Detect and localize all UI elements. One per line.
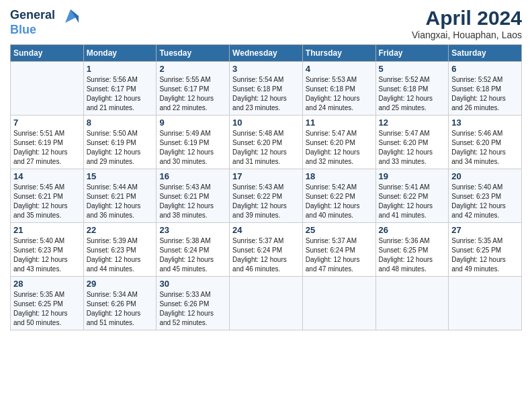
page-container: General Blue April 2024 Viangxai, Houaph… [0, 0, 532, 337]
calendar-cell: 13Sunrise: 5:46 AM Sunset: 6:20 PM Dayli… [449, 116, 522, 169]
day-info: Sunrise: 5:53 AM Sunset: 6:18 PM Dayligh… [306, 75, 373, 113]
day-info: Sunrise: 5:47 AM Sunset: 6:20 PM Dayligh… [306, 129, 373, 167]
calendar-table: SundayMondayTuesdayWednesdayThursdayFrid… [10, 44, 522, 330]
day-number: 2 [159, 64, 226, 74]
calendar-header-tuesday: Tuesday [157, 45, 230, 62]
day-number: 13 [451, 118, 519, 128]
calendar-cell [302, 277, 375, 330]
day-info: Sunrise: 5:35 AM Sunset: 6:25 PM Dayligh… [13, 290, 81, 328]
calendar-cell: 8Sunrise: 5:50 AM Sunset: 6:19 PM Daylig… [83, 116, 157, 169]
day-number: 8 [87, 118, 154, 128]
day-info: Sunrise: 5:37 AM Sunset: 6:24 PM Dayligh… [232, 236, 300, 274]
day-info: Sunrise: 5:50 AM Sunset: 6:19 PM Dayligh… [87, 129, 154, 167]
calendar-cell: 7Sunrise: 5:51 AM Sunset: 6:19 PM Daylig… [11, 116, 84, 169]
day-info: Sunrise: 5:40 AM Sunset: 6:23 PM Dayligh… [13, 236, 81, 274]
day-number: 7 [13, 118, 81, 128]
day-number: 19 [379, 171, 446, 181]
day-number: 17 [232, 171, 300, 181]
calendar-cell: 23Sunrise: 5:38 AM Sunset: 6:24 PM Dayli… [157, 223, 230, 277]
calendar-cell: 11Sunrise: 5:47 AM Sunset: 6:20 PM Dayli… [302, 116, 375, 169]
day-info: Sunrise: 5:38 AM Sunset: 6:24 PM Dayligh… [159, 236, 226, 274]
header: General Blue April 2024 Viangxai, Houaph… [10, 7, 522, 40]
day-number: 20 [451, 171, 519, 181]
calendar-cell [230, 277, 303, 330]
calendar-cell: 18Sunrise: 5:42 AM Sunset: 6:22 PM Dayli… [302, 169, 375, 223]
day-info: Sunrise: 5:43 AM Sunset: 6:21 PM Dayligh… [159, 183, 226, 220]
calendar-header-sunday: Sunday [11, 45, 84, 62]
day-info: Sunrise: 5:43 AM Sunset: 6:22 PM Dayligh… [232, 183, 300, 220]
day-number: 29 [87, 279, 154, 289]
calendar-week-row: 7Sunrise: 5:51 AM Sunset: 6:19 PM Daylig… [11, 116, 522, 169]
day-info: Sunrise: 5:54 AM Sunset: 6:18 PM Dayligh… [232, 75, 300, 113]
calendar-week-row: 28Sunrise: 5:35 AM Sunset: 6:25 PM Dayli… [11, 277, 522, 330]
calendar-cell [449, 277, 522, 330]
day-number: 23 [159, 225, 226, 235]
day-number: 4 [306, 64, 373, 74]
day-number: 10 [232, 118, 300, 128]
day-info: Sunrise: 5:41 AM Sunset: 6:22 PM Dayligh… [379, 183, 446, 220]
day-number: 1 [87, 64, 154, 74]
day-number: 27 [451, 225, 519, 235]
calendar-cell: 4Sunrise: 5:53 AM Sunset: 6:18 PM Daylig… [302, 62, 375, 116]
calendar-cell: 29Sunrise: 5:34 AM Sunset: 6:26 PM Dayli… [83, 277, 157, 330]
day-info: Sunrise: 5:49 AM Sunset: 6:19 PM Dayligh… [159, 129, 226, 167]
day-info: Sunrise: 5:37 AM Sunset: 6:24 PM Dayligh… [306, 236, 373, 274]
calendar-cell [11, 62, 84, 116]
day-info: Sunrise: 5:44 AM Sunset: 6:21 PM Dayligh… [87, 183, 154, 220]
calendar-cell: 6Sunrise: 5:52 AM Sunset: 6:18 PM Daylig… [449, 62, 522, 116]
calendar-cell: 27Sunrise: 5:35 AM Sunset: 6:25 PM Dayli… [449, 223, 522, 277]
day-info: Sunrise: 5:52 AM Sunset: 6:18 PM Dayligh… [379, 75, 446, 113]
day-info: Sunrise: 5:48 AM Sunset: 6:20 PM Dayligh… [232, 129, 300, 167]
day-info: Sunrise: 5:39 AM Sunset: 6:23 PM Dayligh… [87, 236, 154, 274]
calendar-cell: 22Sunrise: 5:39 AM Sunset: 6:23 PM Dayli… [83, 223, 157, 277]
logo-icon [60, 7, 81, 26]
day-number: 6 [451, 64, 519, 74]
day-number: 18 [306, 171, 373, 181]
day-info: Sunrise: 5:33 AM Sunset: 6:26 PM Dayligh… [159, 290, 226, 328]
day-number: 9 [159, 118, 226, 128]
day-number: 22 [87, 225, 154, 235]
calendar-header-saturday: Saturday [449, 45, 522, 62]
calendar-cell: 2Sunrise: 5:55 AM Sunset: 6:17 PM Daylig… [157, 62, 230, 116]
calendar-cell: 10Sunrise: 5:48 AM Sunset: 6:20 PM Dayli… [230, 116, 303, 169]
calendar-cell: 1Sunrise: 5:56 AM Sunset: 6:17 PM Daylig… [83, 62, 157, 116]
day-number: 5 [379, 64, 446, 74]
calendar-cell: 26Sunrise: 5:36 AM Sunset: 6:25 PM Dayli… [375, 223, 449, 277]
day-info: Sunrise: 5:52 AM Sunset: 6:18 PM Dayligh… [451, 75, 519, 113]
day-number: 16 [159, 171, 226, 181]
day-number: 12 [379, 118, 446, 128]
calendar-cell: 5Sunrise: 5:52 AM Sunset: 6:18 PM Daylig… [375, 62, 449, 116]
calendar-cell: 17Sunrise: 5:43 AM Sunset: 6:22 PM Dayli… [230, 169, 303, 223]
day-info: Sunrise: 5:42 AM Sunset: 6:22 PM Dayligh… [306, 183, 373, 220]
calendar-cell: 24Sunrise: 5:37 AM Sunset: 6:24 PM Dayli… [230, 223, 303, 277]
calendar-week-row: 14Sunrise: 5:45 AM Sunset: 6:21 PM Dayli… [11, 169, 522, 223]
day-info: Sunrise: 5:46 AM Sunset: 6:20 PM Dayligh… [451, 129, 519, 167]
calendar-cell: 25Sunrise: 5:37 AM Sunset: 6:24 PM Dayli… [302, 223, 375, 277]
calendar-week-row: 1Sunrise: 5:56 AM Sunset: 6:17 PM Daylig… [11, 62, 522, 116]
calendar-cell [375, 277, 449, 330]
calendar-cell: 12Sunrise: 5:47 AM Sunset: 6:20 PM Dayli… [375, 116, 449, 169]
logo: General Blue [10, 7, 81, 37]
calendar-header-row: SundayMondayTuesdayWednesdayThursdayFrid… [11, 45, 522, 62]
day-number: 24 [232, 225, 300, 235]
day-info: Sunrise: 5:55 AM Sunset: 6:17 PM Dayligh… [159, 75, 226, 113]
day-number: 14 [13, 171, 81, 181]
day-info: Sunrise: 5:40 AM Sunset: 6:23 PM Dayligh… [451, 183, 519, 220]
calendar-cell: 21Sunrise: 5:40 AM Sunset: 6:23 PM Dayli… [11, 223, 84, 277]
calendar-cell: 16Sunrise: 5:43 AM Sunset: 6:21 PM Dayli… [157, 169, 230, 223]
calendar-cell: 28Sunrise: 5:35 AM Sunset: 6:25 PM Dayli… [11, 277, 84, 330]
calendar-cell: 19Sunrise: 5:41 AM Sunset: 6:22 PM Dayli… [375, 169, 449, 223]
day-number: 11 [306, 118, 373, 128]
calendar-cell: 14Sunrise: 5:45 AM Sunset: 6:21 PM Dayli… [11, 169, 84, 223]
day-number: 15 [87, 171, 154, 181]
day-number: 3 [232, 64, 300, 74]
day-number: 26 [379, 225, 446, 235]
calendar-header-monday: Monday [83, 45, 157, 62]
day-info: Sunrise: 5:47 AM Sunset: 6:20 PM Dayligh… [379, 129, 446, 167]
calendar-week-row: 21Sunrise: 5:40 AM Sunset: 6:23 PM Dayli… [11, 223, 522, 277]
calendar-header-thursday: Thursday [302, 45, 375, 62]
calendar-cell: 30Sunrise: 5:33 AM Sunset: 6:26 PM Dayli… [157, 277, 230, 330]
calendar-cell: 15Sunrise: 5:44 AM Sunset: 6:21 PM Dayli… [83, 169, 157, 223]
day-info: Sunrise: 5:56 AM Sunset: 6:17 PM Dayligh… [87, 75, 154, 113]
day-info: Sunrise: 5:45 AM Sunset: 6:21 PM Dayligh… [13, 183, 81, 220]
